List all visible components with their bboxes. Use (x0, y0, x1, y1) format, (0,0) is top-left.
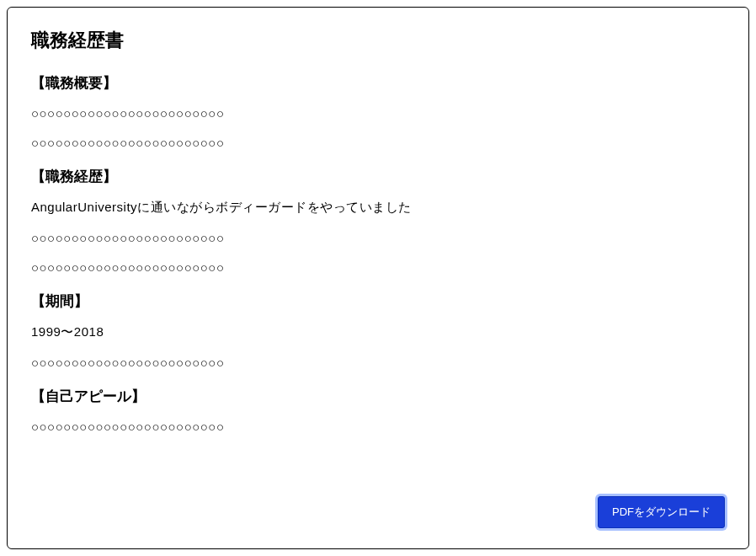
appeal-line-1: ○○○○○○○○○○○○○○○○○○○○○○○○ (31, 420, 725, 434)
history-line-1: AngularUniversityに通いながらボディーガードをやっていました (31, 200, 725, 216)
overview-line-2: ○○○○○○○○○○○○○○○○○○○○○○○○ (31, 136, 725, 150)
overview-line-1: ○○○○○○○○○○○○○○○○○○○○○○○○ (31, 106, 725, 120)
page-title: 職務経歴書 (31, 28, 725, 53)
section-heading-history: 【職務経歴】 (31, 167, 725, 186)
download-pdf-button[interactable]: PDFをダウンロード (598, 496, 725, 528)
section-heading-overview: 【職務概要】 (31, 73, 725, 93)
period-line-2: ○○○○○○○○○○○○○○○○○○○○○○○○ (31, 356, 725, 370)
history-line-2: ○○○○○○○○○○○○○○○○○○○○○○○○ (31, 231, 725, 245)
document-container: 職務経歴書 【職務概要】 ○○○○○○○○○○○○○○○○○○○○○○○○ ○○… (7, 7, 749, 549)
section-heading-appeal: 【自己アピール】 (31, 387, 725, 406)
period-line-1: 1999〜2018 (31, 324, 725, 340)
section-heading-period: 【期間】 (31, 291, 725, 311)
history-line-3: ○○○○○○○○○○○○○○○○○○○○○○○○ (31, 260, 725, 275)
